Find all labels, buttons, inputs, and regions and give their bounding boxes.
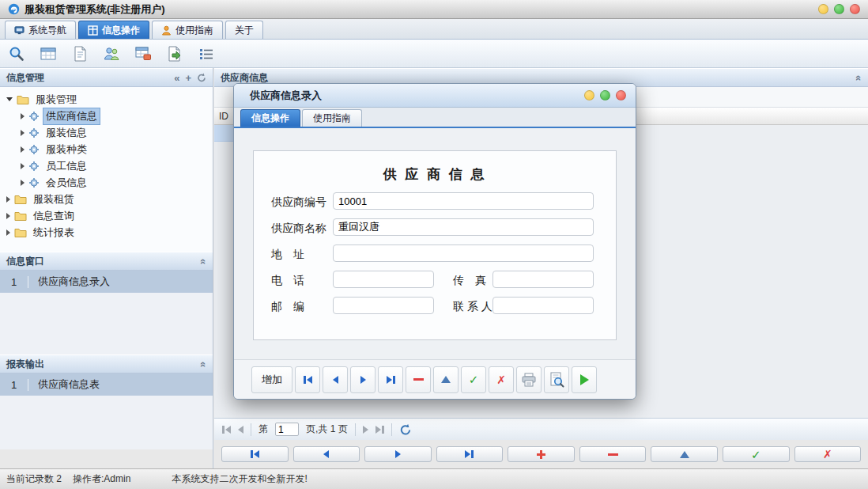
collapse-panel-icon[interactable]: « bbox=[198, 258, 209, 263]
next-page-icon[interactable] bbox=[363, 426, 368, 434]
gear-icon bbox=[28, 111, 40, 122]
dialog-toolbar: 增加 ✓ ✗ bbox=[234, 359, 636, 399]
supplier-name-input[interactable] bbox=[333, 218, 594, 236]
record-edit-button[interactable] bbox=[651, 446, 718, 462]
folder-icon bbox=[14, 194, 27, 204]
tree-item-clothing-management[interactable]: 服装管理 bbox=[0, 91, 213, 108]
dialog-print-preview-button[interactable] bbox=[544, 366, 569, 393]
dialog-confirm-button[interactable]: ✓ bbox=[461, 366, 486, 393]
dialog-tab-user-guide[interactable]: 使用指南 bbox=[302, 109, 362, 127]
expand-arrow-icon[interactable] bbox=[21, 163, 25, 169]
contact-input[interactable] bbox=[492, 297, 594, 314]
x-icon: ✗ bbox=[496, 374, 506, 385]
users-button[interactable] bbox=[101, 44, 122, 64]
panel-title: 报表输出 bbox=[6, 358, 44, 371]
search-button[interactable] bbox=[6, 44, 27, 64]
address-input[interactable] bbox=[333, 244, 594, 262]
form-title: 供 应 商 信 息 bbox=[254, 165, 616, 184]
tree-item-clothing-info[interactable]: 服装信息 bbox=[0, 124, 213, 141]
expand-arrow-icon[interactable] bbox=[21, 180, 25, 186]
dialog-minimize-button[interactable] bbox=[584, 90, 594, 100]
table-edit-button[interactable] bbox=[133, 44, 153, 64]
dialog-cancel-button[interactable]: ✗ bbox=[489, 366, 514, 393]
dialog-prev-button[interactable] bbox=[323, 366, 348, 393]
tree-item-member-info[interactable]: 会员信息 bbox=[0, 174, 213, 191]
expand-arrow-icon[interactable] bbox=[21, 130, 25, 136]
record-first-button[interactable] bbox=[221, 446, 289, 462]
refresh-icon[interactable] bbox=[399, 423, 412, 436]
maximize-button[interactable] bbox=[834, 4, 844, 14]
collapse-arrow-icon[interactable] bbox=[6, 97, 13, 101]
dialog-next-button[interactable] bbox=[350, 366, 376, 393]
minimize-button[interactable] bbox=[818, 4, 828, 14]
dialog-first-button[interactable] bbox=[295, 366, 320, 393]
app-titlebar: 服装租赁管理系统(非注册用户) bbox=[0, 0, 868, 19]
list-item-supplier-report[interactable]: 1 供应商信息表 bbox=[0, 373, 213, 396]
tree-item-label: 供应商信息 bbox=[43, 108, 100, 124]
refresh-icon[interactable] bbox=[197, 73, 206, 82]
collapse-sidebar-icon[interactable]: « bbox=[174, 73, 179, 83]
dialog-tab-info-operations[interactable]: 信息操作 bbox=[240, 109, 300, 127]
tree-item-clothing-category[interactable]: 服装种类 bbox=[0, 141, 213, 157]
phone-input[interactable] bbox=[333, 271, 434, 288]
tree-item-info-query[interactable]: 信息查询 bbox=[0, 207, 213, 224]
tab-system-navigation[interactable]: 系统导航 bbox=[5, 21, 76, 39]
dialog-delete-button[interactable] bbox=[406, 366, 431, 393]
supplier-code-label: 供应商编号 bbox=[271, 195, 326, 210]
tree-item-supplier-info[interactable]: 供应商信息 bbox=[0, 108, 213, 124]
list-item-supplier-entry[interactable]: 1 供应商信息录入 bbox=[0, 271, 213, 293]
record-add-button[interactable] bbox=[508, 446, 575, 462]
folder-icon bbox=[14, 227, 27, 237]
dialog-last-button[interactable] bbox=[378, 366, 403, 393]
document-export-button[interactable] bbox=[164, 44, 185, 64]
collapse-panel-icon[interactable]: « bbox=[198, 361, 209, 366]
supplier-entry-dialog: 供应商信息录入 信息操作 使用指南 供 应 商 信 息 供应商编号 供应商名称 … bbox=[233, 83, 636, 400]
panel-title: 信息窗口 bbox=[6, 255, 44, 268]
record-action-bar: ✓ ✗ bbox=[214, 440, 868, 468]
expand-arrow-icon[interactable] bbox=[6, 229, 10, 236]
record-delete-button[interactable] bbox=[579, 446, 647, 462]
dialog-titlebar[interactable]: 供应商信息录入 bbox=[234, 84, 636, 108]
record-cancel-button[interactable]: ✗ bbox=[794, 446, 862, 462]
first-page-icon[interactable] bbox=[222, 426, 231, 434]
expand-arrow-icon[interactable] bbox=[21, 113, 25, 119]
dialog-print-button[interactable] bbox=[516, 366, 542, 393]
dialog-run-button[interactable] bbox=[572, 366, 597, 393]
zip-input[interactable] bbox=[333, 297, 434, 314]
report-output-list: 1 供应商信息表 bbox=[0, 373, 213, 449]
tab-label: 使用指南 bbox=[313, 112, 351, 125]
last-page-icon[interactable] bbox=[376, 426, 384, 434]
expand-arrow-icon[interactable] bbox=[21, 146, 25, 153]
page-number-input[interactable] bbox=[275, 423, 299, 436]
page-label-prefix: 第 bbox=[259, 423, 268, 436]
tab-info-operations[interactable]: 信息操作 bbox=[78, 21, 149, 39]
first-record-icon bbox=[304, 376, 312, 384]
expand-arrow-icon[interactable] bbox=[6, 213, 10, 219]
tree-item-employee-info[interactable]: 员工信息 bbox=[0, 157, 213, 174]
dialog-maximize-button[interactable] bbox=[600, 90, 610, 100]
record-prev-button[interactable] bbox=[293, 446, 360, 462]
dialog-close-button[interactable] bbox=[616, 90, 626, 100]
prev-page-icon[interactable] bbox=[238, 426, 243, 434]
up-triangle-icon bbox=[680, 451, 689, 458]
table-view-button[interactable] bbox=[38, 44, 58, 64]
list-button[interactable] bbox=[196, 44, 217, 64]
supplier-code-input[interactable] bbox=[333, 192, 594, 210]
add-button[interactable]: 增加 bbox=[251, 366, 292, 393]
record-confirm-button[interactable]: ✓ bbox=[723, 446, 790, 462]
collapse-panel-icon[interactable]: « bbox=[854, 74, 864, 80]
list-item-index: 1 bbox=[0, 379, 28, 391]
document-button[interactable] bbox=[70, 44, 90, 64]
tree-item-statistics-report[interactable]: 统计报表 bbox=[0, 224, 213, 241]
fax-input[interactable] bbox=[492, 271, 594, 288]
close-button[interactable] bbox=[850, 4, 860, 14]
expand-arrow-icon[interactable] bbox=[6, 196, 10, 203]
record-next-button[interactable] bbox=[364, 446, 432, 462]
document-icon bbox=[71, 45, 89, 63]
tab-about[interactable]: 关于 bbox=[225, 21, 263, 39]
dialog-edit-button[interactable] bbox=[433, 366, 459, 393]
tab-user-guide[interactable]: 使用指南 bbox=[152, 21, 223, 39]
add-icon[interactable]: + bbox=[185, 73, 191, 83]
record-last-button[interactable] bbox=[436, 446, 504, 462]
tree-item-clothing-rental[interactable]: 服装租赁 bbox=[0, 191, 213, 207]
